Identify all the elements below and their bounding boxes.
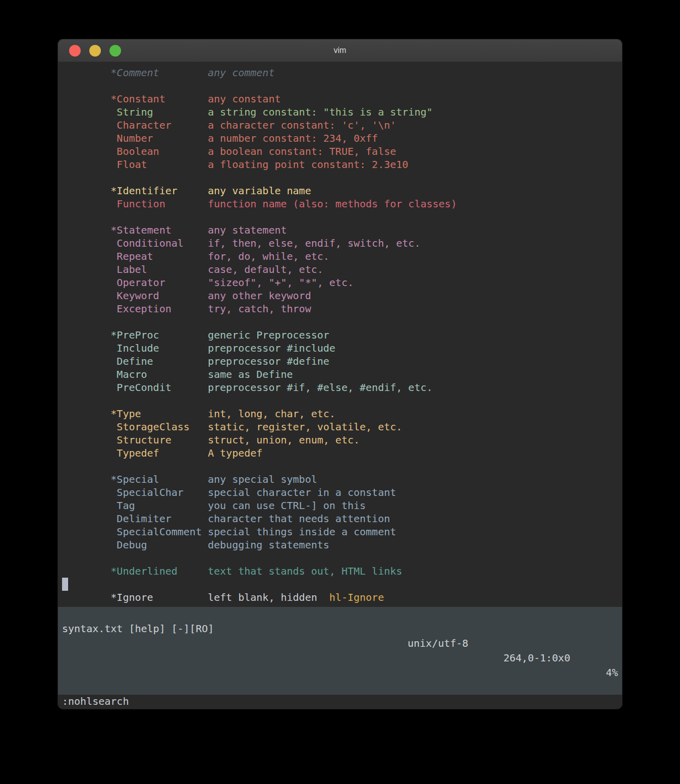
- statusline-ruler: 264,0-1:0x0: [503, 651, 570, 665]
- highlight-group-text: Float a floating point constant: 2.3e10: [62, 158, 408, 171]
- highlight-group-text: Macro same as Define: [62, 368, 293, 380]
- buffer-blank-line: [62, 460, 622, 473]
- highlight-group-text: Number a number constant: 234, 0xff: [62, 132, 378, 144]
- buffer-line: String a string constant: "this is a str…: [62, 105, 622, 119]
- buffer-line: Conditional if, then, else, endif, switc…: [62, 237, 622, 250]
- highlight-group-text: Repeat for, do, while, etc.: [62, 250, 329, 262]
- highlight-group-text: Structure struct, union, enum, etc.: [62, 434, 360, 446]
- buffer-line: Debug debugging statements: [62, 538, 622, 551]
- minimize-icon[interactable]: [89, 45, 101, 57]
- buffer-line: SpecialChar special character in a const…: [62, 486, 622, 499]
- window-title: vim: [334, 46, 347, 55]
- highlight-group-text: *Ignore left blank, hidden: [62, 591, 317, 603]
- highlight-group-text: Define preprocessor #define: [62, 355, 329, 367]
- cursor-block: [62, 578, 68, 591]
- buffer-line: Keyword any other keyword: [62, 289, 622, 302]
- buffer-blank-line: [62, 79, 622, 92]
- highlight-group-text: *Special any special symbol: [62, 473, 317, 485]
- highlight-group-text: Keyword any other keyword: [62, 290, 311, 302]
- highlight-group-text: SpecialComment special things inside a c…: [62, 526, 396, 538]
- buffer-line: *Underlined text that stands out, HTML l…: [62, 565, 622, 578]
- buffer-line: Function function name (also: methods fo…: [62, 197, 622, 210]
- vim-window: vim *Comment any comment *Constant any c…: [58, 39, 622, 709]
- buffer-line: Exception try, catch, throw: [62, 302, 622, 315]
- statusline-filename: syntax.txt [help] [-][RO]: [62, 622, 214, 636]
- highlight-group-text: *Underlined text that stands out, HTML l…: [62, 565, 402, 577]
- buffer-line: *Special any special symbol: [62, 473, 622, 486]
- buffer-blank-line: [62, 315, 622, 328]
- buffer-line: Label case, default, etc.: [62, 263, 622, 276]
- buffer-line: PreCondit preprocessor #if, #else, #endi…: [62, 381, 622, 394]
- highlight-group-text: *Identifier any variable name: [62, 185, 311, 197]
- buffer-line: Define preprocessor #define: [62, 355, 622, 368]
- buffer-line: SpecialComment special things inside a c…: [62, 525, 622, 538]
- buffer-line: *Constant any constant: [62, 92, 622, 105]
- buffer-line: Repeat for, do, while, etc.: [62, 250, 622, 263]
- gap: [317, 591, 329, 603]
- highlight-group-text: StorageClass static, register, volatile,…: [62, 421, 402, 433]
- highlight-group-text: Character a character constant: 'c', '\n…: [62, 119, 396, 131]
- titlebar[interactable]: vim: [58, 39, 622, 62]
- highlight-group-text: PreCondit preprocessor #if, #else, #endi…: [62, 381, 433, 394]
- buffer-line: Operator "sizeof", "+", "*", etc.: [62, 276, 622, 289]
- highlight-group-text: Tag you can use CTRL-] on this: [62, 499, 366, 512]
- buffer-line: Character a character constant: 'c', '\n…: [62, 119, 622, 132]
- highlight-group-text: Function function name (also: methods fo…: [62, 198, 457, 210]
- highlight-group-text: String a string constant: "this is a str…: [62, 106, 433, 118]
- highlight-group-text: *Comment any comment: [62, 67, 274, 79]
- traffic-lights: [69, 39, 121, 62]
- highlight-group-text: Debug debugging statements: [62, 539, 329, 551]
- buffer-line: Typedef A typedef: [62, 446, 622, 460]
- buffer-line: Float a floating point constant: 2.3e10: [62, 158, 622, 171]
- buffer-line: *PreProc generic Preprocessor: [62, 328, 622, 342]
- highlight-group-text: SpecialChar special character in a const…: [62, 486, 396, 498]
- close-icon[interactable]: [69, 45, 81, 57]
- buffer-line: Structure struct, union, enum, etc.: [62, 433, 622, 446]
- highlight-group-text: Boolean a boolean constant: TRUE, false: [62, 145, 396, 157]
- statusline-percent: 4%: [606, 665, 618, 680]
- buffer-line: Include preprocessor #include: [62, 342, 622, 355]
- statusline-encoding: unix/utf-8: [408, 636, 468, 651]
- buffer-line: *Type int, long, char, etc.: [62, 407, 622, 420]
- buffer-blank-line: [62, 210, 622, 223]
- highlight-group-text: Delimiter character that needs attention: [62, 513, 390, 525]
- buffer-line: Macro same as Define: [62, 368, 622, 381]
- buffer-line: Delimiter character that needs attention: [62, 512, 622, 525]
- buffer-line: Boolean a boolean constant: TRUE, false: [62, 145, 622, 158]
- highlight-group-text: Operator "sizeof", "+", "*", etc.: [62, 276, 354, 289]
- buffer-line: *Statement any statement: [62, 223, 622, 237]
- buffer-line: Tag you can use CTRL-] on this: [62, 499, 622, 512]
- highlight-group-text: *PreProc generic Preprocessor: [62, 329, 329, 341]
- highlight-group-text: *Statement any statement: [62, 224, 287, 236]
- maximize-icon[interactable]: [109, 45, 121, 57]
- buffer-area[interactable]: *Comment any comment *Constant any const…: [58, 62, 622, 607]
- command-line[interactable]: :nohlsearch: [58, 695, 622, 709]
- highlight-group-text: Include preprocessor #include: [62, 342, 335, 354]
- highlight-group-text: Label case, default, etc.: [62, 263, 323, 275]
- buffer-line: Number a number constant: 234, 0xff: [62, 132, 622, 145]
- buffer-line: StorageClass static, register, volatile,…: [62, 420, 622, 433]
- help-tag-link[interactable]: hl-Ignore: [329, 591, 384, 603]
- buffer-blank-line: [62, 551, 622, 565]
- buffer-blank-line: [62, 578, 622, 591]
- highlight-group-text: Exception try, catch, throw: [62, 303, 311, 315]
- statusline: syntax.txt [help] [-][RO] unix/utf-8 264…: [58, 607, 622, 695]
- highlight-group-text: Conditional if, then, else, endif, switc…: [62, 237, 420, 249]
- highlight-group-text: *Type int, long, char, etc.: [62, 408, 335, 420]
- buffer-line: *Comment any comment: [62, 66, 622, 79]
- buffer-line: *Identifier any variable name: [62, 184, 622, 197]
- buffer-blank-line: [62, 171, 622, 184]
- highlight-group-text: *Constant any constant: [62, 93, 280, 105]
- highlight-group-text: Typedef A typedef: [62, 447, 262, 459]
- buffer-blank-line: [62, 394, 622, 407]
- buffer-line: *Ignore left blank, hidden hl-Ignore: [62, 591, 622, 604]
